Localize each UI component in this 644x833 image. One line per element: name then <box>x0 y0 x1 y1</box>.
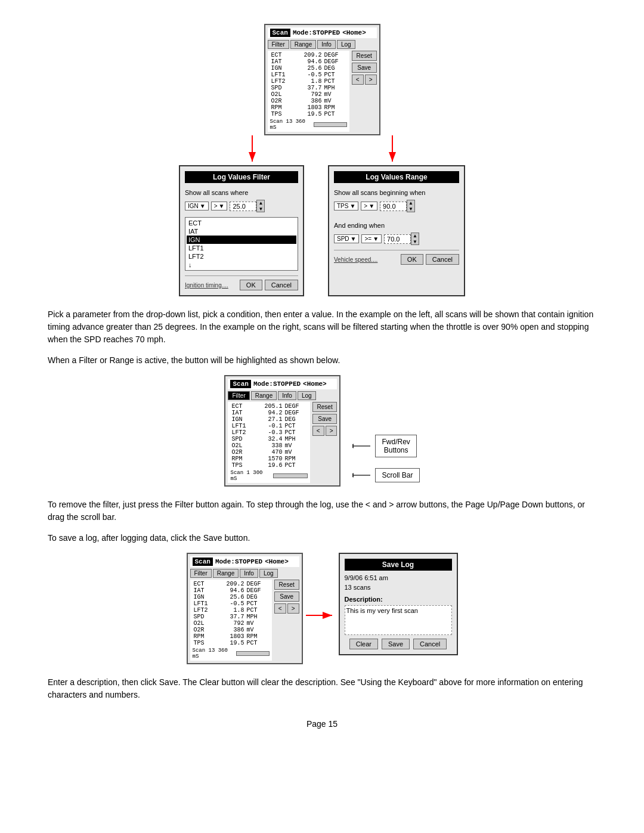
range-begin-condition-dropdown[interactable]: >▼ <box>361 202 377 210</box>
filter-spin-up[interactable]: ▲ <box>257 200 264 206</box>
fwd-rev-label: Fwd/Rev Buttons <box>375 435 416 457</box>
range-begin-spin[interactable]: ▲ ▼ <box>407 200 415 212</box>
middle-next-button[interactable]: > <box>326 426 338 436</box>
range-end-condition-dropdown[interactable]: >=▼ <box>361 234 382 243</box>
scan-labels: Fwd/Rev Buttons Scroll Bar <box>352 375 419 482</box>
middle-log-button[interactable]: Log <box>298 391 316 400</box>
save-info-button[interactable]: Info <box>240 569 258 578</box>
range-begin-value-input[interactable]: 90.0 <box>380 202 407 211</box>
paragraph-1: Pick a parameter from the drop-down list… <box>48 308 596 346</box>
range-end-param-dropdown[interactable]: SPD▼ <box>334 234 359 243</box>
filter-button[interactable]: Filter <box>268 40 289 49</box>
save-cancel-button[interactable]: Cancel <box>413 639 447 649</box>
save-side-buttons: Reset Save < > <box>274 580 299 661</box>
save-clear-button[interactable]: Clear <box>349 639 378 649</box>
paragraph-4: To save a log, after logging data, click… <box>48 532 596 544</box>
scan-header: Scan Mode:STOPPED <Home> <box>268 27 377 38</box>
list-item-lft2[interactable]: LFT2 <box>187 252 296 261</box>
range-begin-param-dropdown[interactable]: TPS▼ <box>334 202 358 210</box>
next-button[interactable]: > <box>365 75 377 85</box>
range-cancel-button[interactable]: Cancel <box>426 254 459 265</box>
save-save-button[interactable]: Save <box>274 592 299 602</box>
save-prev-button[interactable]: < <box>274 603 286 614</box>
param-spd: SPD <box>270 85 294 91</box>
save-scan-title: Scan <box>193 558 213 566</box>
log-button[interactable]: Log <box>337 40 355 49</box>
save-save-btn[interactable]: Save <box>382 639 410 649</box>
save-arrow-btn-row: < > <box>274 603 299 614</box>
scan-status: Scan 13 360 mS <box>270 119 347 131</box>
range-end-spin-up[interactable]: ▲ <box>411 233 419 239</box>
save-dialog-title: Save Log <box>345 559 452 571</box>
middle-range-button[interactable]: Range <box>251 391 277 400</box>
filter-param-dropdown[interactable]: IGN▼ <box>185 202 209 210</box>
top-scan-device: Scan Mode:STOPPED <Home> Filter Range In… <box>264 24 380 135</box>
list-item-ect[interactable]: ECT <box>187 219 296 227</box>
save-dialog-buttons: Clear Save Cancel <box>345 639 452 649</box>
filter-cancel-button[interactable]: Cancel <box>265 280 298 290</box>
middle-side-buttons: Reset Save < > <box>312 402 338 483</box>
save-scan-status: Scan 13 360 mS <box>193 648 270 659</box>
list-item-ign[interactable]: IGN <box>187 236 296 244</box>
range-end-spin[interactable]: ▲ ▼ <box>411 233 419 245</box>
middle-save-button[interactable]: Save <box>312 414 338 424</box>
param-iat: IAT <box>270 58 294 65</box>
middle-scan-button-row: Filter Range Info Log <box>228 391 337 400</box>
save-scroll-bar[interactable] <box>236 651 270 656</box>
save-desc-textarea[interactable]: This is my very first scan <box>345 605 452 635</box>
save-reset-button[interactable]: Reset <box>274 580 299 590</box>
middle-scan-header: Scan Mode:STOPPED <Home> <box>228 379 337 389</box>
reset-button[interactable]: Reset <box>352 51 377 61</box>
info-button[interactable]: Info <box>317 40 336 49</box>
middle-arrow-btn-row: < > <box>312 426 338 436</box>
scroll-bar-arrow <box>352 471 370 479</box>
filter-spin-down[interactable]: ▼ <box>257 206 264 212</box>
filter-spin-buttons[interactable]: ▲ ▼ <box>256 200 265 212</box>
save-arrow-container <box>303 553 339 621</box>
save-log-dialog: Save Log 9/9/06 6:51 am 13 scans Descrip… <box>339 553 458 655</box>
param-lft2: LFT2 <box>270 78 294 85</box>
side-buttons: Reset Save < > <box>352 51 377 132</box>
list-item-lft1[interactable]: LFT1 <box>187 244 296 252</box>
save-desc-label: Description: <box>345 596 452 603</box>
list-item-more[interactable]: ↓ <box>187 261 296 269</box>
middle-info-button[interactable]: Info <box>278 391 296 400</box>
middle-section: Scan Mode:STOPPED <Home> Filter Range In… <box>48 375 596 487</box>
scroll-bar[interactable] <box>314 122 347 127</box>
middle-reset-button[interactable]: Reset <box>312 402 338 412</box>
range-begin-spin-up[interactable]: ▲ <box>407 200 414 206</box>
save-scan-header: Scan Mode:STOPPED <Home> <box>190 556 299 567</box>
log-values-range-dialog: Log Values Range Show all scans beginnin… <box>328 165 465 296</box>
range-end-spin-down[interactable]: ▼ <box>411 239 419 245</box>
middle-scroll-bar[interactable] <box>273 473 308 478</box>
middle-prev-button[interactable]: < <box>312 426 324 436</box>
page-number: Page 15 <box>48 719 596 729</box>
save-next-button[interactable]: > <box>287 603 299 614</box>
param-o2l: O2L <box>270 91 294 98</box>
range-button[interactable]: Range <box>290 40 316 49</box>
middle-scan-title: Scan <box>230 380 250 388</box>
filter-list-box[interactable]: ECT IAT IGN LFT1 LFT2 ↓ <box>185 217 298 271</box>
save-filter-button[interactable]: Filter <box>190 569 212 578</box>
range-end-value-input[interactable]: 70.0 <box>384 234 411 244</box>
filter-dialog-title: Log Values Filter <box>185 171 298 183</box>
save-scan-home: <Home> <box>265 558 289 565</box>
arrow-connectors <box>182 135 462 165</box>
save-range-button[interactable]: Range <box>213 569 239 578</box>
save-button[interactable]: Save <box>352 63 377 73</box>
range-ok-button[interactable]: OK <box>401 254 423 265</box>
filter-condition-dropdown[interactable]: >▼ <box>211 202 228 210</box>
list-item-iat[interactable]: IAT <box>187 227 296 236</box>
filter-value-input[interactable]: 25.0 <box>230 202 256 211</box>
save-log-button[interactable]: Log <box>259 569 278 578</box>
param-rpm: RPM <box>270 104 294 111</box>
range-begin-spin-down[interactable]: ▼ <box>407 206 414 212</box>
prev-button[interactable]: < <box>352 75 364 85</box>
param-tps: TPS <box>270 111 294 117</box>
middle-filter-button[interactable]: Filter <box>228 391 249 400</box>
filter-footer-label: Ignition timing.... <box>185 282 228 289</box>
dialogs-row: Log Values Filter Show all scans where I… <box>179 165 465 296</box>
save-scan-button-row: Filter Range Info Log <box>190 569 299 578</box>
filter-ok-button[interactable]: OK <box>240 280 262 290</box>
paragraph-2: When a Filter or Range is active, the bu… <box>48 354 596 367</box>
